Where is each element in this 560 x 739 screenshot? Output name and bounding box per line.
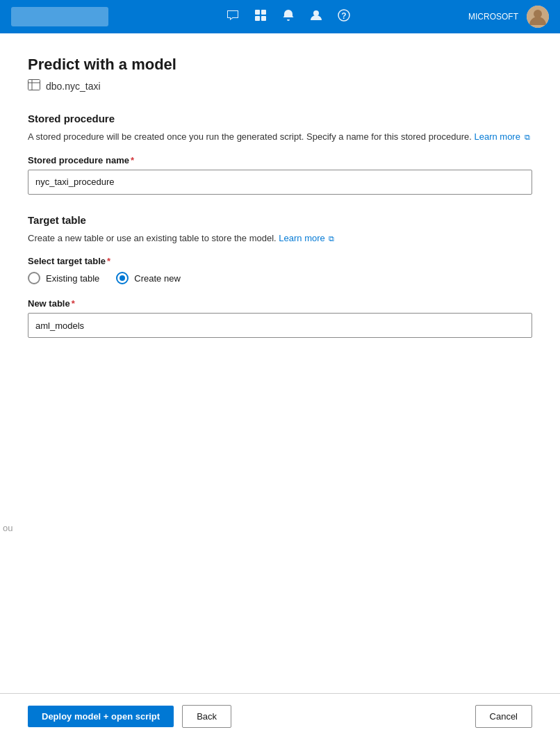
nav-left [11, 7, 108, 26]
external-link-icon: ⧉ [525, 131, 530, 143]
footer-left: Deploy model + open script Back [28, 705, 231, 728]
external-link-icon-2: ⧉ [329, 233, 334, 245]
table-source-icon [28, 79, 40, 93]
avatar[interactable] [527, 6, 549, 28]
target-table-title: Target table [28, 214, 532, 226]
footer: Deploy model + open script Back Cancel [0, 693, 560, 739]
new-table-label: New table* [28, 298, 532, 309]
table-icon[interactable] [254, 8, 267, 26]
svg-rect-3 [261, 16, 266, 21]
radio-group-target-table: Existing table Create new [28, 272, 532, 284]
radio-create-new-label: Create new [134, 273, 180, 284]
nav-brand-logo[interactable] [11, 7, 108, 26]
radio-existing-table[interactable]: Existing table [28, 272, 99, 284]
svg-text:?: ? [341, 11, 346, 21]
deploy-model-button[interactable]: Deploy model + open script [28, 706, 174, 727]
radio-existing-table-label: Existing table [46, 273, 99, 284]
stored-procedure-name-label: Stored procedure name* [28, 155, 532, 165]
svg-rect-9 [28, 80, 40, 90]
comment-icon[interactable] [226, 8, 240, 26]
svg-point-4 [313, 10, 319, 16]
content-area: Predict with a model dbo.nyc_taxi Stored… [0, 33, 560, 693]
new-table-input[interactable] [28, 313, 532, 338]
person-icon[interactable] [309, 8, 323, 26]
target-table-section: Target table Create a new table or use a… [28, 214, 532, 339]
table-source-name: dbo.nyc_taxi [46, 81, 101, 92]
radio-create-new-indicator[interactable] [116, 272, 129, 284]
stored-procedure-title: Stored procedure [28, 113, 532, 124]
back-button[interactable]: Back [182, 705, 231, 728]
select-target-table-label: Select target table* [28, 256, 532, 266]
table-source-row: dbo.nyc_taxi [28, 79, 532, 93]
required-marker: * [131, 155, 134, 165]
radio-existing-table-indicator[interactable] [28, 272, 40, 284]
stored-procedure-description: A stored procedure will be created once … [28, 130, 532, 144]
svg-rect-2 [255, 16, 260, 21]
stored-procedure-section: Stored procedure A stored procedure will… [28, 113, 532, 195]
username-label: MICROSOFT [468, 12, 518, 22]
target-table-learn-more-link[interactable]: Learn more ⧉ [279, 233, 334, 243]
svg-rect-0 [255, 10, 260, 15]
stored-procedure-name-input[interactable] [28, 170, 532, 195]
svg-rect-1 [261, 10, 266, 15]
sidebar-hint: ou [0, 520, 15, 536]
nav-icons-group: ? [226, 8, 351, 26]
stored-procedure-learn-more-link[interactable]: Learn more ⧉ [474, 131, 529, 142]
main-container: Predict with a model dbo.nyc_taxi Stored… [0, 33, 560, 739]
radio-create-new[interactable]: Create new [116, 272, 180, 284]
nav-right: MICROSOFT [468, 6, 549, 28]
cancel-button[interactable]: Cancel [475, 705, 532, 728]
target-table-description: Create a new table or use an existing ta… [28, 232, 532, 245]
bell-icon[interactable] [281, 8, 295, 26]
top-navigation: ? MICROSOFT [0, 0, 560, 33]
page-title: Predict with a model [28, 56, 532, 74]
help-icon[interactable]: ? [337, 8, 351, 26]
